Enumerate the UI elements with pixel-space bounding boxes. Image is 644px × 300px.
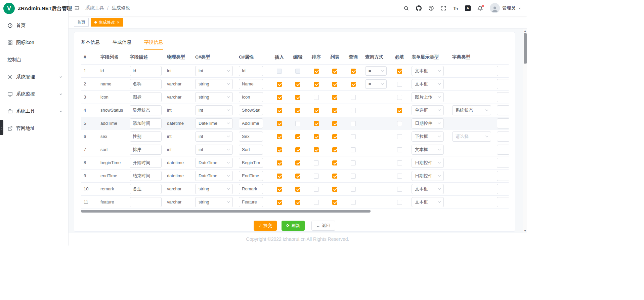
scroll-down-arrow-icon[interactable]: ▼	[523, 229, 527, 233]
extra-input[interactable]	[497, 158, 509, 168]
sort-checkbox[interactable]	[314, 134, 319, 139]
description-input[interactable]	[130, 132, 162, 142]
list-checkbox[interactable]	[332, 200, 337, 205]
display-type-select[interactable]: 日期控件	[412, 171, 444, 181]
github-icon[interactable]	[416, 5, 422, 11]
csharp-property-input[interactable]	[239, 105, 263, 115]
description-input[interactable]	[130, 145, 162, 155]
sort-checkbox[interactable]	[314, 200, 319, 205]
extra-input[interactable]	[497, 66, 509, 76]
edit-checkbox[interactable]	[295, 108, 300, 113]
sidebar-collapse-icon[interactable]	[74, 5, 80, 11]
edit-checkbox[interactable]	[295, 82, 300, 87]
csharp-property-input[interactable]	[239, 118, 263, 128]
submit-button[interactable]: ✓ 提交	[254, 221, 277, 231]
sort-checkbox[interactable]	[314, 82, 319, 87]
list-checkbox[interactable]	[332, 187, 337, 192]
display-type-select[interactable]: 日期控件	[412, 118, 444, 128]
edit-checkbox[interactable]	[295, 134, 300, 139]
sidebar-item-website[interactable]: 官网地址	[0, 120, 68, 137]
sort-checkbox[interactable]	[314, 108, 319, 113]
csharp-property-input[interactable]	[239, 132, 263, 142]
insert-checkbox[interactable]	[277, 82, 282, 87]
display-type-select[interactable]: 图片上传	[412, 92, 444, 102]
query-checkbox[interactable]	[351, 134, 356, 139]
sidebar-item-icons[interactable]: 图标icon	[0, 34, 68, 51]
csharp-type-select[interactable]: int	[195, 132, 233, 142]
sort-checkbox[interactable]	[314, 160, 319, 165]
extra-input[interactable]	[497, 145, 509, 155]
extra-input[interactable]	[497, 132, 509, 142]
font-size-icon[interactable]: TT	[453, 6, 458, 11]
settings-drawer-handle[interactable]	[0, 120, 3, 135]
query-checkbox[interactable]	[351, 174, 356, 179]
app-logo[interactable]: V ZRAdmin.NET后台管理	[0, 0, 68, 17]
tag-home[interactable]: 首页	[74, 18, 89, 27]
query-checkbox[interactable]	[351, 108, 356, 113]
query-checkbox[interactable]	[351, 160, 356, 165]
description-input[interactable]	[130, 158, 162, 168]
edit-checkbox[interactable]	[295, 147, 300, 152]
insert-checkbox[interactable]	[277, 121, 282, 126]
extra-input[interactable]	[497, 118, 509, 128]
csharp-type-select[interactable]: DateTime	[195, 171, 233, 181]
query-checkbox[interactable]	[351, 187, 356, 192]
notification-bell-icon[interactable]	[477, 5, 483, 11]
csharp-type-select[interactable]: int	[195, 105, 233, 115]
csharp-property-input[interactable]	[239, 145, 263, 155]
list-checkbox[interactable]	[332, 160, 337, 165]
display-type-select[interactable]: 文本框	[412, 66, 444, 76]
description-input[interactable]	[130, 79, 162, 89]
list-checkbox[interactable]	[332, 134, 337, 139]
insert-checkbox[interactable]	[277, 187, 282, 192]
csharp-type-select[interactable]: int	[195, 66, 233, 76]
user-menu[interactable]: 管理员	[490, 3, 521, 13]
description-input[interactable]	[130, 92, 162, 102]
insert-checkbox[interactable]	[277, 160, 282, 165]
tab-basic-info[interactable]: 基本信息	[81, 39, 100, 50]
query-checkbox[interactable]	[351, 200, 356, 205]
list-checkbox[interactable]	[332, 121, 337, 126]
edit-checkbox[interactable]	[295, 121, 300, 126]
csharp-type-select[interactable]: string	[195, 197, 233, 207]
refresh-button[interactable]: ⟳ 刷新	[282, 221, 305, 231]
required-checkbox[interactable]	[397, 160, 402, 165]
edit-checkbox[interactable]	[295, 160, 300, 165]
list-checkbox[interactable]	[332, 147, 337, 152]
query-mode-select[interactable]: =	[365, 66, 387, 76]
csharp-type-select[interactable]: string	[195, 79, 233, 89]
extra-input[interactable]	[497, 197, 509, 207]
tag-close-icon[interactable]: ×	[117, 20, 120, 25]
edit-checkbox[interactable]	[295, 174, 300, 179]
dict-type-select[interactable]: 请选择	[452, 132, 491, 142]
list-checkbox[interactable]	[332, 95, 337, 100]
insert-checkbox[interactable]	[277, 147, 282, 152]
required-checkbox[interactable]	[397, 108, 402, 113]
required-checkbox[interactable]	[397, 174, 402, 179]
sidebar-item-system-tools[interactable]: 系统工具	[0, 103, 68, 120]
query-checkbox[interactable]	[351, 95, 356, 100]
list-checkbox[interactable]	[332, 69, 337, 74]
insert-checkbox[interactable]	[277, 95, 282, 100]
query-checkbox[interactable]	[351, 69, 356, 74]
required-checkbox[interactable]	[397, 147, 402, 152]
edit-checkbox[interactable]	[295, 200, 300, 205]
extra-input[interactable]	[497, 105, 509, 115]
description-input[interactable]	[130, 197, 162, 207]
insert-checkbox[interactable]	[277, 134, 282, 139]
csharp-type-select[interactable]: DateTime	[195, 158, 233, 168]
list-checkbox[interactable]	[332, 174, 337, 179]
insert-checkbox[interactable]	[277, 108, 282, 113]
extra-input[interactable]	[497, 79, 509, 89]
list-checkbox[interactable]	[332, 82, 337, 87]
insert-checkbox[interactable]	[277, 69, 282, 74]
extra-input[interactable]	[497, 92, 509, 102]
sidebar-item-console[interactable]: 控制台	[0, 51, 68, 68]
csharp-property-input[interactable]	[239, 79, 263, 89]
required-checkbox[interactable]	[397, 95, 402, 100]
sort-checkbox[interactable]	[314, 174, 319, 179]
tab-field-info[interactable]: 字段信息	[144, 39, 163, 50]
sidebar-item-system-manage[interactable]: 系统管理	[0, 68, 68, 85]
breadcrumb-parent[interactable]: 系统工具	[85, 5, 104, 11]
required-checkbox[interactable]	[397, 134, 402, 139]
